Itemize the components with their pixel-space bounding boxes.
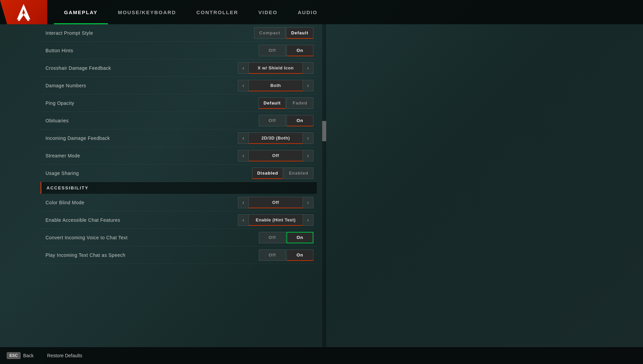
scrollbar-thumb[interactable] [322,121,326,141]
interact-compact-btn[interactable]: Compact [254,27,285,39]
obituaries-label: Obituaries [45,118,69,123]
setting-color-blind: Color Blind Mode ‹ Off › [40,194,317,211]
back-button[interactable]: ESC Back [7,352,34,359]
settings-panel: Interact Prompt Style Compact Default Bu… [40,24,317,347]
svg-marker-0 [17,4,30,20]
convert-voice-toggle: Off On [259,232,313,243]
streamer-next-btn[interactable]: › [303,150,313,161]
tab-controller[interactable]: CONTROLLER [186,0,248,24]
streamer-prev-btn[interactable]: ‹ [238,150,249,161]
damage-numbers-select: ‹ Both › [238,80,313,91]
usage-sharing-label: Usage Sharing [45,171,79,176]
tab-mouse-keyboard[interactable]: MOUSE/KEYBOARD [108,0,186,24]
scrollbar-track [322,24,326,347]
damage-numbers-prev-btn[interactable]: ‹ [238,80,249,91]
crosshair-damage-value: X w/ Shield Icon [249,62,303,74]
play-incoming-label: Play Incoming Text Chat as Speech [45,252,125,258]
incoming-damage-next-btn[interactable]: › [303,132,313,144]
apex-logo-icon [15,3,32,21]
setting-button-hints: Button Hints Off On [40,42,317,59]
usage-disabled-btn[interactable]: Disabled [252,168,283,179]
convert-voice-off-btn[interactable]: Off [259,232,286,243]
settings-list: Interact Prompt Style Compact Default Bu… [40,24,317,264]
button-hints-off-btn[interactable]: Off [259,45,286,56]
restore-defaults-button[interactable]: Restore Defaults [47,353,82,358]
color-blind-value: Off [249,197,303,208]
color-blind-next-btn[interactable]: › [303,197,313,208]
damage-numbers-value: Both [249,80,303,91]
setting-interact-prompt-style: Interact Prompt Style Compact Default [40,24,317,42]
damage-numbers-label: Damage Numbers [45,83,86,88]
streamer-mode-select: ‹ Off › [238,150,313,161]
back-label: Back [23,353,34,358]
incoming-damage-select: ‹ 2D/3D (Both) › [238,132,313,144]
setting-convert-voice: Convert Incoming Voice to Chat Text Off … [40,229,317,246]
crosshair-prev-btn[interactable]: ‹ [238,62,249,74]
setting-incoming-damage: Incoming Damage Feedback ‹ 2D/3D (Both) … [40,129,317,147]
setting-obituaries: Obituaries Off On [40,112,317,129]
obituaries-off-btn[interactable]: Off [259,115,286,126]
crosshair-next-btn[interactable]: › [303,62,313,74]
color-blind-label: Color Blind Mode [45,200,84,205]
logo-area [0,0,47,24]
usage-enabled-btn[interactable]: Enabled [284,168,313,179]
incoming-damage-prev-btn[interactable]: ‹ [238,132,249,144]
play-incoming-toggle: Off On [259,249,313,261]
incoming-damage-label: Incoming Damage Feedback [45,135,110,141]
accessible-chat-value: Enable (Hint Text) [249,214,303,226]
setting-streamer-mode: Streamer Mode ‹ Off › [40,147,317,164]
streamer-mode-value: Off [249,150,303,161]
crosshair-damage-label: Crosshair Damage Feedback [45,65,111,71]
play-incoming-off-btn[interactable]: Off [259,249,286,261]
esc-key-badge: ESC [7,352,21,359]
interact-prompt-label: Interact Prompt Style [45,30,93,36]
accessible-chat-label: Enable Accessible Chat Features [45,217,120,223]
accessible-chat-select: ‹ Enable (Hint Text) › [238,214,313,226]
setting-damage-numbers: Damage Numbers ‹ Both › [40,77,317,94]
button-hints-label: Button Hints [45,48,73,53]
convert-voice-label: Convert Incoming Voice to Chat Text [45,235,128,240]
bottom-bar: ESC Back Restore Defaults [0,347,643,364]
tab-gameplay[interactable]: GAMEPLAY [54,0,108,24]
obituaries-on-btn[interactable]: On [286,115,313,126]
incoming-damage-value: 2D/3D (Both) [249,132,303,144]
tab-audio[interactable]: AUDIO [288,0,328,24]
setting-ping-opacity: Ping Opacity Default Faded [40,94,317,112]
convert-voice-on-btn[interactable]: On [286,232,313,243]
streamer-mode-label: Streamer Mode [45,153,80,158]
navbar: GAMEPLAY MOUSE/KEYBOARD CONTROLLER VIDEO… [0,0,643,24]
ping-default-btn[interactable]: Default [258,97,286,109]
color-blind-select: ‹ Off › [238,197,313,208]
ping-opacity-label: Ping Opacity [45,100,74,106]
setting-crosshair-damage: Crosshair Damage Feedback ‹ X w/ Shield … [40,59,317,77]
interact-default-btn[interactable]: Default [286,27,313,39]
restore-defaults-label: Restore Defaults [47,353,82,358]
crosshair-damage-select: ‹ X w/ Shield Icon › [238,62,313,74]
setting-play-incoming-text: Play Incoming Text Chat as Speech Off On [40,246,317,264]
accessible-chat-next-btn[interactable]: › [303,214,313,226]
interact-prompt-toggle: Compact Default [254,27,313,39]
accessible-chat-prev-btn[interactable]: ‹ [238,214,249,226]
setting-usage-sharing: Usage Sharing Disabled Enabled [40,164,317,182]
damage-numbers-next-btn[interactable]: › [303,80,313,91]
ping-faded-btn[interactable]: Faded [286,97,313,109]
nav-tabs: GAMEPLAY MOUSE/KEYBOARD CONTROLLER VIDEO… [54,0,328,24]
accessibility-section-header: ACCESSIBILITY [40,182,317,194]
setting-accessible-chat: Enable Accessible Chat Features ‹ Enable… [40,211,317,229]
play-incoming-on-btn[interactable]: On [286,249,313,261]
obituaries-toggle: Off On [259,115,313,126]
button-hints-toggle: Off On [259,45,313,56]
button-hints-on-btn[interactable]: On [286,45,313,56]
usage-sharing-toggle: Disabled Enabled [252,168,313,179]
color-blind-prev-btn[interactable]: ‹ [238,197,249,208]
tab-video[interactable]: VIDEO [248,0,288,24]
ping-opacity-toggle: Default Faded [258,97,313,109]
